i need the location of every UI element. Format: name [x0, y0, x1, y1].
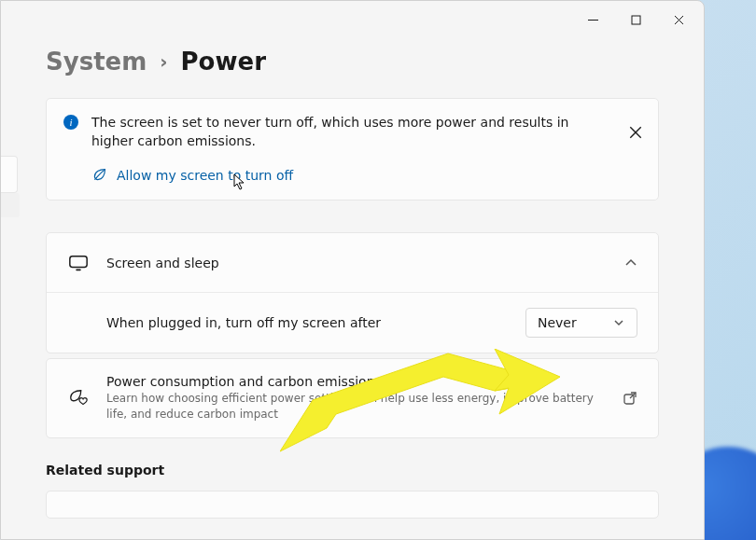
close-window-button[interactable]	[657, 5, 700, 35]
minimize-icon	[588, 15, 598, 25]
info-icon: i	[63, 115, 78, 130]
close-icon	[674, 15, 684, 25]
related-support-panel[interactable]	[46, 491, 659, 519]
svg-rect-1	[632, 16, 640, 24]
screen-sleep-panel: Screen and sleep When plugged in, turn o…	[46, 232, 659, 353]
settings-window: System › Power i The screen is set to ne…	[0, 0, 705, 540]
info-banner-close-button[interactable]	[628, 125, 643, 140]
sidebar-item-peek-2[interactable]	[1, 193, 20, 217]
external-link-icon	[623, 391, 637, 406]
leaf-icon	[91, 167, 107, 183]
breadcrumb-parent[interactable]: System	[46, 48, 147, 76]
minimize-button[interactable]	[571, 5, 614, 35]
leaf-heart-icon	[67, 387, 90, 409]
svg-rect-7	[76, 269, 81, 270]
maximize-icon	[631, 15, 641, 25]
plugged-in-screen-off-row: When plugged in, turn off my screen afte…	[47, 293, 658, 353]
power-consumption-title: Power consumption and carbon emissions	[106, 374, 623, 389]
related-support-heading: Related support	[46, 463, 659, 478]
allow-screen-off-link[interactable]: Allow my screen to turn off	[91, 167, 641, 183]
plugged-in-screen-off-label: When plugged in, turn off my screen afte…	[106, 315, 525, 330]
window-titlebar	[1, 1, 704, 38]
screen-sleep-header-row[interactable]: Screen and sleep	[47, 233, 658, 293]
chevron-up-icon	[624, 256, 637, 270]
monitor-icon	[67, 252, 90, 274]
info-banner: i The screen is set to never turn off, w…	[46, 98, 659, 201]
chevron-down-icon	[612, 316, 625, 329]
page-title: Power	[181, 48, 266, 76]
content-area: i The screen is set to never turn off, w…	[1, 98, 704, 519]
info-banner-message: The screen is set to never turn off, whi…	[91, 114, 641, 150]
screen-sleep-title: Screen and sleep	[106, 256, 624, 270]
sidebar-item-peek[interactable]	[1, 156, 18, 193]
plugged-in-screen-off-dropdown[interactable]: Never	[525, 308, 637, 338]
maximize-button[interactable]	[614, 5, 657, 35]
svg-line-9	[630, 393, 636, 398]
dropdown-value: Never	[538, 315, 577, 330]
power-consumption-panel[interactable]: Power consumption and carbon emissions L…	[46, 358, 659, 438]
allow-screen-off-label: Allow my screen to turn off	[117, 168, 293, 183]
power-consumption-subtitle: Learn how choosing efficient power setti…	[106, 391, 610, 422]
svg-rect-6	[70, 256, 87, 267]
chevron-right-icon: ›	[160, 50, 167, 73]
breadcrumb: System › Power	[1, 38, 704, 98]
close-icon	[628, 125, 643, 140]
